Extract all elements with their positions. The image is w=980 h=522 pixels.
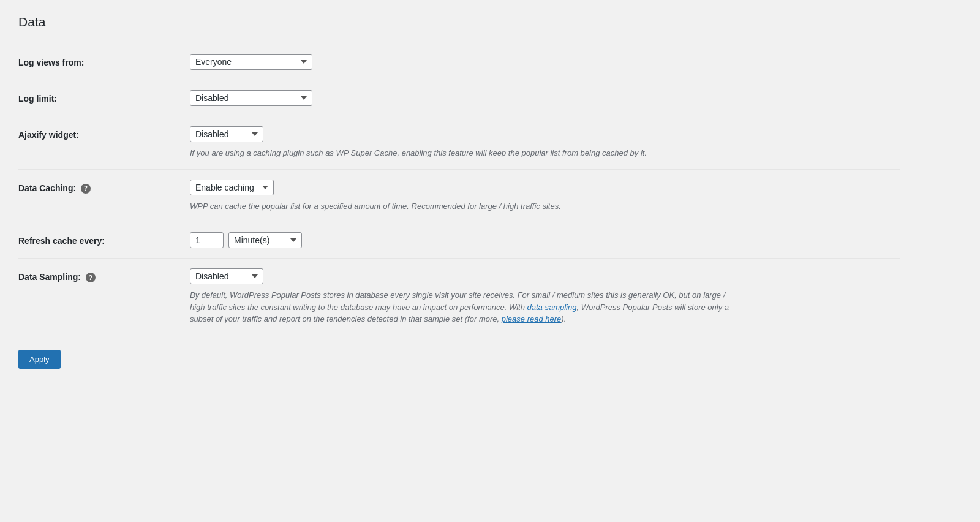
log-views-from-control: Everyone Logged-in users Guests bbox=[190, 54, 900, 70]
log-views-from-label: Log views from: bbox=[18, 54, 190, 67]
data-sampling-control: Disabled Enabled By default, WordPress P… bbox=[190, 268, 900, 325]
refresh-cache-number-input[interactable] bbox=[190, 232, 224, 248]
log-views-from-select[interactable]: Everyone Logged-in users Guests bbox=[190, 54, 312, 70]
ajaxify-widget-row: Ajaxify widget: Disabled Enabled If you … bbox=[18, 116, 900, 169]
data-sampling-link2[interactable]: please read here bbox=[502, 314, 562, 323]
data-sampling-row: Data Sampling: ? Disabled Enabled By def… bbox=[18, 258, 900, 335]
refresh-cache-control: Minute(s) Hour(s) Day(s) bbox=[190, 232, 900, 248]
data-sampling-help-icon[interactable]: ? bbox=[86, 273, 96, 282]
refresh-cache-label: Refresh cache every: bbox=[18, 232, 190, 246]
data-caching-label: Data Caching: ? bbox=[18, 180, 190, 194]
log-limit-label: Log limit: bbox=[18, 90, 190, 104]
data-sampling-select[interactable]: Disabled Enabled bbox=[190, 268, 263, 284]
log-views-from-row: Log views from: Everyone Logged-in users… bbox=[18, 44, 900, 80]
data-caching-help-icon[interactable]: ? bbox=[81, 184, 91, 194]
data-sampling-label: Data Sampling: ? bbox=[18, 268, 190, 282]
refresh-cache-unit-select[interactable]: Minute(s) Hour(s) Day(s) bbox=[228, 232, 302, 248]
ajaxify-widget-select[interactable]: Disabled Enabled bbox=[190, 126, 263, 142]
data-caching-select[interactable]: Enable caching Disable caching bbox=[190, 180, 274, 195]
apply-button[interactable]: Apply bbox=[18, 350, 61, 369]
data-sampling-description: By default, WordPress Popular Posts stor… bbox=[190, 289, 741, 325]
log-limit-control: Disabled 1 day 7 days 30 days bbox=[190, 90, 900, 106]
ajaxify-widget-control: Disabled Enabled If you are using a cach… bbox=[190, 126, 900, 159]
log-limit-row: Log limit: Disabled 1 day 7 days 30 days bbox=[18, 80, 900, 116]
page-title: Data bbox=[18, 15, 900, 29]
refresh-cache-row: Refresh cache every: Minute(s) Hour(s) D… bbox=[18, 222, 900, 258]
ajaxify-widget-label: Ajaxify widget: bbox=[18, 126, 190, 140]
log-limit-select[interactable]: Disabled 1 day 7 days 30 days bbox=[190, 90, 312, 106]
data-caching-row: Data Caching: ? Enable caching Disable c… bbox=[18, 169, 900, 222]
ajaxify-widget-description: If you are using a caching plugin such a… bbox=[190, 147, 741, 159]
settings-form: Log views from: Everyone Logged-in users… bbox=[18, 44, 900, 335]
data-caching-description: WPP can cache the popular list for a spe… bbox=[190, 200, 741, 213]
data-sampling-link1[interactable]: data sampling bbox=[527, 303, 577, 312]
data-caching-control: Enable caching Disable caching WPP can c… bbox=[190, 180, 900, 213]
refresh-cache-controls-group: Minute(s) Hour(s) Day(s) bbox=[190, 232, 900, 248]
